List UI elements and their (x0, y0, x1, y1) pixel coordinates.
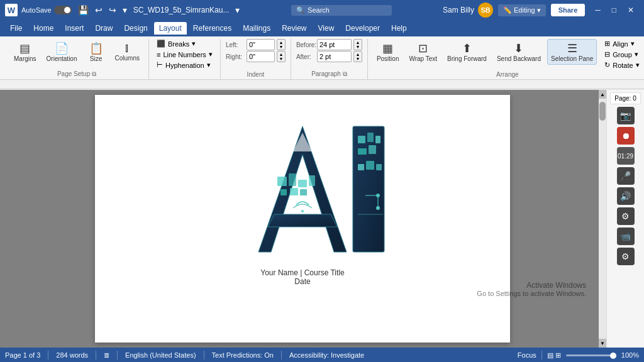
autosave-toggle[interactable] (54, 6, 72, 14)
menu-file[interactable]: File (5, 22, 27, 35)
hyphenation-button[interactable]: ⊢ Hyphenation ▾ (154, 60, 215, 70)
menu-review[interactable]: Review (277, 22, 311, 35)
menu-draw[interactable]: Draw (90, 22, 118, 35)
group-button[interactable]: ⊟ Group ▾ (602, 50, 641, 59)
document-scroll[interactable]: Your Name | Course Title Date Activate W… (6, 90, 599, 348)
left-indent-input[interactable] (247, 39, 275, 50)
divider2 (96, 351, 96, 359)
menu-help[interactable]: Help (386, 22, 412, 35)
record-btn[interactable]: ⏺ (617, 127, 635, 145)
volume-btn[interactable]: 🔊 (617, 187, 635, 205)
redo-button[interactable]: ↪ (106, 4, 119, 16)
before-spacing-input[interactable] (317, 39, 352, 50)
menu-developer[interactable]: Developer (340, 22, 385, 35)
columns-label: Columns (115, 55, 140, 62)
title-search-box[interactable]: 🔍 Search (291, 5, 392, 16)
svg-marker-11 (293, 133, 312, 151)
align-button[interactable]: ⊞ Align ▾ (602, 39, 641, 48)
menu-mailings[interactable]: Mailings (238, 22, 275, 35)
maximize-button[interactable]: □ (607, 3, 621, 17)
vertical-scrollbar[interactable]: ▲ ▼ (599, 90, 606, 348)
settings-btn2[interactable]: ⚙ (617, 207, 635, 225)
orientation-icon: 📄 (55, 41, 69, 55)
svg-rect-14 (367, 133, 374, 142)
search-placeholder: Search (308, 6, 330, 14)
svg-rect-4 (277, 177, 287, 186)
right-indent-input[interactable] (247, 51, 275, 62)
minimize-button[interactable]: ─ (590, 3, 606, 17)
send-backward-button[interactable]: ⬇ Send Backward (493, 39, 545, 65)
svg-rect-6 (298, 180, 307, 187)
right-indent-up[interactable]: ▲▼ (277, 51, 286, 62)
svg-rect-10 (300, 189, 307, 195)
timer-btn[interactable]: 01:29 (617, 147, 635, 165)
menu-layout[interactable]: Layout (154, 22, 187, 35)
columns-button[interactable]: ⫿ Columns (111, 39, 143, 64)
margins-button[interactable]: ▤ Margins (10, 39, 40, 65)
svg-rect-12 (353, 126, 384, 252)
status-right: Focus ▤ ⊞ 100% (518, 351, 639, 359)
document-area: Your Name | Course Title Date Activate W… (0, 90, 644, 348)
ribbon: ▤ Margins 📄 Orientation 📋 Size ⫿ Columns… (0, 36, 644, 80)
left-margin (0, 90, 6, 348)
indent-label: Indent (226, 71, 286, 79)
word-count: 284 words (56, 351, 88, 359)
zoom-thumb[interactable] (610, 353, 616, 359)
mic-btn[interactable]: 🎤 (617, 167, 635, 185)
zoom-slider[interactable] (566, 354, 616, 356)
rotate-button[interactable]: ↻ Rotate ▾ (602, 60, 641, 70)
menu-design[interactable]: Design (119, 22, 152, 35)
before-up[interactable]: ▲▼ (353, 39, 362, 50)
svg-rect-1 (0, 89, 644, 89)
left-indent-up[interactable]: ▲▼ (277, 39, 286, 50)
after-spacing-input[interactable] (317, 51, 352, 62)
close-button[interactable]: ✕ (623, 3, 639, 17)
filename-dropdown[interactable]: ▾ (233, 4, 242, 16)
menu-references[interactable]: References (188, 22, 236, 35)
wrap-text-label: Wrap Text (409, 55, 437, 62)
menu-view[interactable]: View (313, 22, 340, 35)
svg-point-24 (376, 206, 380, 210)
scroll-thumb[interactable] (599, 102, 606, 121)
svg-rect-17 (369, 145, 376, 154)
divider6 (541, 351, 542, 359)
position-label: Position (377, 55, 399, 62)
line-numbers-button[interactable]: ≡ Line Numbers ▾ (154, 50, 215, 59)
gear-btn[interactable]: ⚙ (617, 248, 635, 265)
spacing-group: Before: ▲▼ After: ▲▼ Paragraph ⧉ (291, 39, 368, 79)
camera-btn2[interactable]: 📹 (617, 228, 635, 245)
page-count: Page 1 of 3 (5, 351, 40, 359)
wrap-text-button[interactable]: ⊡ Wrap Text (405, 39, 441, 65)
save-button[interactable]: 💾 (75, 4, 91, 16)
position-icon: ▦ (382, 41, 393, 55)
size-icon: 📋 (89, 41, 103, 55)
screenshot-btn[interactable]: 📷 (617, 107, 635, 124)
autosave-label: AutoSave (21, 6, 52, 14)
editing-button[interactable]: ✏️ Editing ▾ (498, 4, 546, 16)
indent-left-row: Left: ▲▼ (226, 39, 286, 50)
orientation-button[interactable]: 📄 Orientation (43, 39, 81, 65)
breaks-button[interactable]: ⬛ Breaks ▾ (154, 39, 215, 48)
undo-button[interactable]: ↩ (92, 4, 105, 16)
edit-icon: ✏️ (503, 6, 512, 14)
scroll-track[interactable] (599, 99, 606, 339)
customize-button[interactable]: ▾ (120, 4, 130, 16)
bring-forward-button[interactable]: ⬆ Bring Forward (443, 39, 491, 65)
accessibility: Accessibility: Investigate (289, 351, 364, 359)
right-panel: Page: 0 📷 ⏺ 01:29 🎤 🔊 ⚙ 📹 ⚙ (606, 90, 644, 348)
menu-insert[interactable]: Insert (60, 22, 89, 35)
menu-home[interactable]: Home (28, 22, 58, 35)
after-up[interactable]: ▲▼ (353, 51, 362, 62)
align-group-buttons: ⊞ Align ▾ ⊟ Group ▾ ↻ Rotate ▾ (602, 39, 641, 70)
scroll-up-arrow[interactable]: ▲ (599, 90, 606, 99)
language: English (United States) (125, 351, 196, 359)
selection-pane-button[interactable]: ☰ Selection Pane (547, 39, 597, 65)
share-button[interactable]: Share (551, 4, 586, 16)
title-bar-left: W AutoSave 💾 ↩ ↪ ▾ SC_WD19_5b_SimranKau.… (5, 4, 242, 16)
ai-svg (214, 114, 391, 258)
scroll-down-arrow[interactable]: ▼ (599, 339, 606, 348)
svg-rect-5 (289, 173, 296, 186)
position-button[interactable]: ▦ Position (373, 39, 403, 65)
size-button[interactable]: 📋 Size (84, 39, 109, 65)
svg-rect-20 (376, 164, 382, 170)
